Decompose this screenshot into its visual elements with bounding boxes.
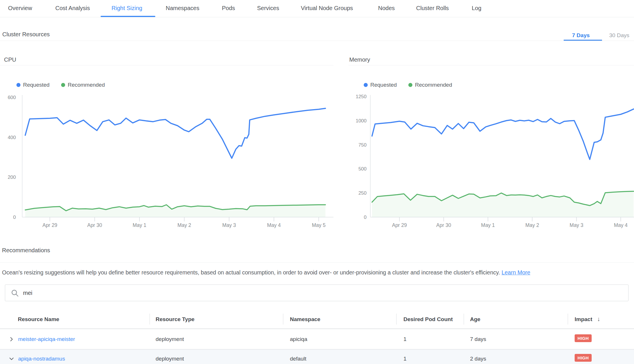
tab-log[interactable]: Log [472,5,481,12]
impact-badge-high: HIGH [575,334,592,342]
cell-desired-pod-count: 1 [403,336,407,342]
cpu-chart-title: CPU [4,56,16,63]
search-icon [11,289,19,297]
svg-text:250: 250 [358,190,367,196]
svg-text:1000: 1000 [356,118,367,124]
table-header-band [0,328,634,329]
cell-resource-type: deployment [156,356,184,362]
column-header-resource-name: Resource Name [18,316,59,323]
svg-text:0: 0 [364,215,367,220]
chevron-down-icon[interactable] [9,356,14,363]
tab-nodes[interactable]: Nodes [378,5,395,12]
cell-resource-type: deployment [156,336,184,342]
svg-text:May 2: May 2 [525,222,539,228]
table-row[interactable]: apiqa-nostradamusdeploymentdefault12 day… [0,349,634,364]
memory-chart-title: Memory [349,56,370,63]
tab-pods[interactable]: Pods [222,5,235,12]
svg-text:500: 500 [358,166,367,172]
tab-services[interactable]: Services [257,5,279,12]
svg-text:200: 200 [8,175,16,180]
svg-text:600: 600 [8,95,16,100]
cell-age: 7 days [470,336,486,342]
svg-text:Apr 30: Apr 30 [436,222,451,228]
tab-cluster-rolls[interactable]: Cluster Rolls [416,5,449,12]
tab-overview[interactable]: Overview [8,5,32,12]
chevron-right-icon[interactable] [9,336,14,343]
column-separator [464,314,464,325]
svg-text:400: 400 [8,135,16,140]
svg-text:May 3: May 3 [570,222,584,228]
sort-descending-icon[interactable]: ↓ [597,316,600,323]
cpu-title-divider [0,65,333,65]
svg-text:May 5: May 5 [312,222,326,228]
top-tab-bar: OverviewCost AnalysisRight SizingNamespa… [0,0,634,17]
svg-text:Apr 29: Apr 29 [392,222,407,228]
svg-text:May 2: May 2 [178,222,191,228]
svg-text:Apr 30: Apr 30 [87,222,102,228]
recommendations-divider [0,262,634,263]
column-header-resource-type: Resource Type [156,316,195,323]
cpu-line-chart: 0200400600Apr 29Apr 30May 1May 2May 3May… [0,86,334,230]
tab-right-sizing[interactable]: Right Sizing [112,5,142,12]
cell-desired-pod-count: 1 [403,356,407,362]
impact-badge-high: HIGH [575,354,592,362]
recommendations-title: Recommendations [2,247,50,254]
cell-age: 2 days [470,356,486,362]
recommendations-description: Ocean's resizing suggestions will help y… [2,268,624,276]
table-row[interactable]: meister-apiciqa-meisterdeploymentapiciqa… [0,330,634,348]
svg-text:May 4: May 4 [267,222,281,228]
column-separator [396,314,397,325]
column-separator [568,314,568,325]
resource-name-link[interactable]: apiqa-nostradamus [18,356,65,362]
svg-text:May 1: May 1 [133,222,146,228]
column-separator [283,314,283,325]
search-input[interactable] [23,285,622,301]
resource-name-link[interactable]: meister-apiciqa-meister [18,336,75,342]
cell-namespace: apiciqa [290,336,307,342]
search-box [5,285,629,301]
header-divider [0,41,634,41]
svg-text:0: 0 [13,215,16,220]
tab-cost-analysis[interactable]: Cost Analysis [55,5,90,12]
column-header-namespace: Namespace [290,316,320,323]
table-header: Resource NameResource TypeNamespaceDesir… [0,312,634,329]
tab-namespaces[interactable]: Namespaces [166,5,199,12]
svg-text:May 4: May 4 [614,222,628,228]
svg-text:May 3: May 3 [222,222,236,228]
learn-more-link[interactable]: Learn More [501,269,530,276]
recommendations-description-text: Ocean's resizing suggestions will help y… [2,269,501,276]
range-tab-7-days[interactable]: 7 Days [572,32,590,39]
column-separator [150,314,150,325]
memory-line-chart: 025050075010001250Apr 29Apr 30May 1May 2… [346,86,634,230]
svg-text:750: 750 [358,142,367,148]
svg-text:1250: 1250 [356,94,367,99]
tab-virtual-node-groups[interactable]: Virtual Node Groups [301,5,353,12]
column-header-age: Age [470,316,480,323]
cell-namespace: default [290,356,306,362]
cluster-resources-title: Cluster Resources [2,31,50,38]
column-header-impact[interactable]: Impact [575,316,592,323]
svg-text:Apr 29: Apr 29 [42,222,57,228]
memory-title-divider [348,65,634,65]
active-tab-underline [101,16,155,17]
column-header-desired-pod-count: Desired Pod Count [403,316,453,323]
svg-text:May 1: May 1 [481,222,495,228]
range-tab-30-days[interactable]: 30 Days [609,32,629,39]
